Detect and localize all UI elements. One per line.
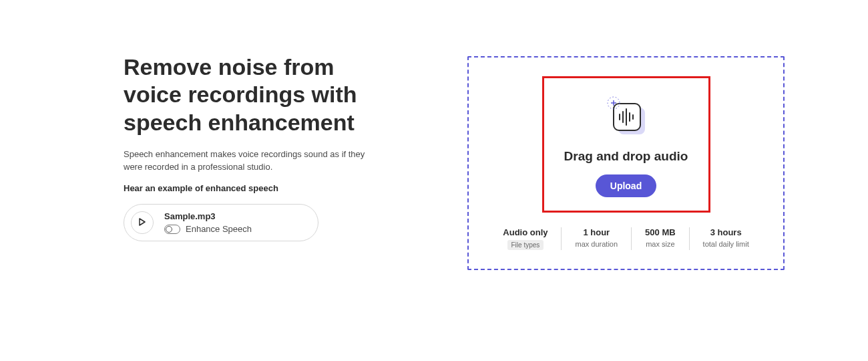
- drop-zone[interactable]: Drag and drop audio Upload: [542, 76, 710, 213]
- limit-label: total daily limit: [703, 240, 749, 248]
- sample-player: Sample.mp3 Enhance Speech: [124, 204, 318, 241]
- intro-panel: Remove noise from voice recordings with …: [124, 53, 391, 241]
- play-icon: [138, 217, 146, 229]
- page-description: Speech enhancement makes voice recording…: [124, 148, 377, 174]
- upload-button[interactable]: Upload: [596, 174, 656, 197]
- limit-value: 1 hour: [583, 227, 610, 237]
- file-types-button[interactable]: File types: [507, 240, 544, 250]
- track-filename: Sample.mp3: [164, 211, 252, 221]
- limit-daily: 3 hours total daily limit: [690, 227, 763, 250]
- enhance-label: Enhance Speech: [186, 224, 252, 234]
- limits-row: Audio only File types 1 hour max duratio…: [489, 227, 762, 250]
- limit-value: 3 hours: [710, 227, 742, 237]
- limit-label: max size: [646, 240, 674, 248]
- limit-duration: 1 hour max duration: [562, 227, 632, 250]
- limit-label: max duration: [575, 240, 618, 248]
- play-button[interactable]: [131, 211, 154, 234]
- limit-audio-only: Audio only File types: [489, 227, 562, 250]
- limit-value: 500 MB: [645, 227, 676, 237]
- limit-size: 500 MB max size: [632, 227, 690, 250]
- upload-panel: Drag and drop audio Upload Audio only Fi…: [467, 56, 785, 270]
- enhance-toggle[interactable]: [164, 225, 180, 234]
- limit-value: Audio only: [503, 227, 548, 237]
- page-title: Remove noise from voice recordings with …: [124, 53, 391, 136]
- drop-title: Drag and drop audio: [564, 149, 688, 164]
- track-info: Sample.mp3 Enhance Speech: [164, 211, 252, 234]
- audio-waveform-icon: [603, 94, 650, 141]
- enhance-row: Enhance Speech: [164, 224, 252, 234]
- example-label: Hear an example of enhanced speech: [124, 183, 391, 193]
